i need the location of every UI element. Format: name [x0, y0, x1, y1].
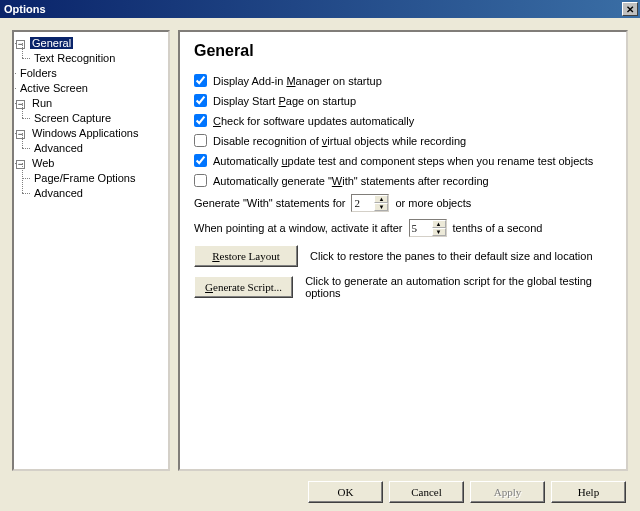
label-virtual: Disable recognition of virtual objects w…: [213, 135, 466, 147]
label-activate-post: tenths of a second: [453, 222, 543, 234]
label-activate-pre: When pointing at a window, activate it a…: [194, 222, 403, 234]
checkbox-with-statements[interactable]: [194, 174, 207, 187]
collapse-icon[interactable]: −: [16, 40, 25, 49]
checkbox-updates[interactable]: [194, 114, 207, 127]
label-with-count-post: or more objects: [395, 197, 471, 209]
spin-down-icon[interactable]: ▼: [374, 203, 388, 211]
tree-node-text-recognition[interactable]: Text Recognition: [32, 52, 117, 64]
title-bar: Options ✕: [0, 0, 640, 18]
checkbox-virtual[interactable]: [194, 134, 207, 147]
tree-node-web[interactable]: Web: [30, 157, 56, 169]
collapse-icon[interactable]: −: [16, 160, 25, 169]
checkbox-start-page[interactable]: [194, 94, 207, 107]
nav-tree[interactable]: −General Text Recognition Folders Active…: [12, 30, 170, 471]
cancel-button[interactable]: Cancel: [389, 481, 464, 503]
input-with-count[interactable]: [352, 195, 374, 211]
content-pane: General Display Add-in Manager on startu…: [178, 30, 628, 471]
help-button[interactable]: Help: [551, 481, 626, 503]
window-title: Options: [4, 3, 46, 15]
label-start-page: Display Start Page on startup: [213, 95, 356, 107]
tree-node-win-apps-advanced[interactable]: Advanced: [32, 142, 85, 154]
input-activate-delay[interactable]: [410, 220, 432, 236]
ok-button[interactable]: OK: [308, 481, 383, 503]
label-with-count-pre: Generate "With" statements for: [194, 197, 345, 209]
apply-button[interactable]: Apply: [470, 481, 545, 503]
generate-script-button[interactable]: Generate Script...: [194, 276, 293, 298]
dialog-body: −General Text Recognition Folders Active…: [0, 18, 640, 511]
page-title: General: [194, 42, 612, 60]
tree-node-screen-capture[interactable]: Screen Capture: [32, 112, 113, 124]
close-icon[interactable]: ✕: [622, 2, 638, 16]
collapse-icon[interactable]: −: [16, 130, 25, 139]
spinner-with-count[interactable]: ▲▼: [351, 194, 389, 212]
tree-node-active-screen[interactable]: Active Screen: [18, 82, 90, 94]
dialog-footer: OK Cancel Apply Help: [12, 471, 628, 503]
label-addin-manager: Display Add-in Manager on startup: [213, 75, 382, 87]
tree-node-folders[interactable]: Folders: [18, 67, 59, 79]
checkbox-addin-manager[interactable]: [194, 74, 207, 87]
spin-up-icon[interactable]: ▲: [432, 220, 446, 228]
checkbox-auto-update-steps[interactable]: [194, 154, 207, 167]
label-updates: Check for software updates automatically: [213, 115, 414, 127]
tree-node-windows-apps[interactable]: Windows Applications: [30, 127, 140, 139]
generate-script-desc: Click to generate an automation script f…: [305, 275, 612, 299]
label-auto-update-steps: Automatically update test and component …: [213, 155, 593, 167]
label-with-statements: Automatically generate "With" statements…: [213, 175, 489, 187]
tree-node-run[interactable]: Run: [30, 97, 54, 109]
tree-node-page-frame[interactable]: Page/Frame Options: [32, 172, 138, 184]
spin-up-icon[interactable]: ▲: [374, 195, 388, 203]
restore-layout-button[interactable]: Restore Layout: [194, 245, 298, 267]
spinner-activate-delay[interactable]: ▲▼: [409, 219, 447, 237]
restore-layout-desc: Click to restore the panes to their defa…: [310, 250, 593, 262]
collapse-icon[interactable]: −: [16, 100, 25, 109]
tree-node-web-advanced[interactable]: Advanced: [32, 187, 85, 199]
spin-down-icon[interactable]: ▼: [432, 228, 446, 236]
tree-node-general[interactable]: General: [30, 37, 73, 49]
